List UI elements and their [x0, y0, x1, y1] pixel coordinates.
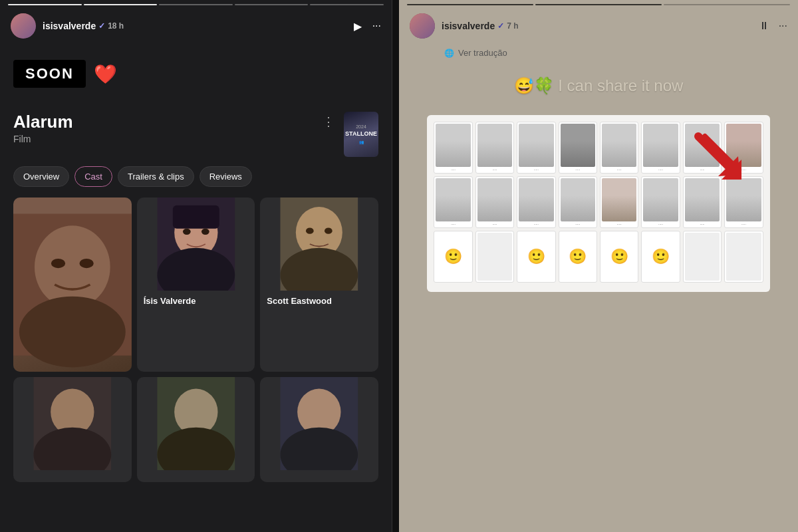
board-item-2-3[interactable]: ····· [517, 176, 555, 228]
movie-poster[interactable]: 2024 STALLONE 👥 [344, 112, 378, 157]
movie-more-icon[interactable]: ⋮ [320, 112, 337, 132]
board-item-1-5[interactable]: ····· [600, 122, 638, 174]
cast-info-6 [260, 470, 378, 482]
board-photo-1-6 [643, 124, 678, 167]
play-button[interactable]: ▶ [354, 20, 362, 33]
cast-board-row-2: ····· ····· ····· [434, 176, 763, 228]
tab-reviews[interactable]: Reviews [200, 166, 252, 187]
board-photo-2-6 [643, 178, 678, 221]
board-item-1-2[interactable]: ····· [475, 122, 514, 174]
board-photo-2-2 [477, 178, 512, 221]
board-item-1-6[interactable]: ····· [641, 122, 680, 174]
board-item-1-4[interactable]: ····· [559, 122, 597, 174]
board-item-3-2[interactable] [475, 231, 514, 283]
progress-bars-right [399, 0, 798, 5]
board-item-3-5[interactable]: 🙂 [600, 231, 638, 283]
cast-card-4[interactable] [13, 377, 132, 482]
board-item-1-1[interactable]: ····· [434, 122, 472, 174]
board-item-3-3[interactable]: 🙂 [517, 231, 555, 283]
cast-name-scott: Scott Eastwood [267, 296, 372, 307]
story-time-right: 7 h [507, 21, 518, 31]
board-photo-2-3 [519, 178, 553, 221]
heart-emoji: ❤️ [94, 63, 117, 85]
tab-cast[interactable]: Cast [74, 166, 112, 187]
right-panel: isisvalverde ✓ 7 h ⏸ ··· 🌐 Ver tradução … [399, 0, 798, 532]
cast-card-5[interactable] [137, 377, 255, 482]
board-item-2-1[interactable]: ····· [434, 176, 472, 228]
cast-photo-isis [137, 198, 255, 291]
story-meta-left: isisvalverde ✓ 18 h [43, 21, 347, 31]
board-item-3-8[interactable] [724, 231, 763, 283]
board-name-2-8: ····· [741, 222, 746, 226]
board-photo-2-1 [436, 178, 470, 221]
person5-svg [137, 377, 255, 470]
board-name-1-6: ····· [658, 168, 663, 172]
username-left: isisvalverde ✓ 18 h [43, 21, 347, 31]
board-name-1-4: ····· [575, 168, 580, 172]
story-controls-left: ▶ ··· [354, 20, 381, 33]
username-text-left: isisvalverde [43, 21, 96, 31]
board-item-1-3[interactable]: ····· [517, 122, 555, 174]
smiley-3: 🙂 [569, 233, 587, 281]
cast-photo-scott [260, 198, 378, 291]
cast-card-isis[interactable]: Ísis Valverde [137, 198, 255, 372]
more-button-right[interactable]: ··· [779, 20, 787, 32]
smiley-face-2: 🙂 [527, 248, 545, 265]
svg-point-3 [51, 259, 65, 268]
scott-face-svg [260, 198, 378, 291]
board-photo-1-4 [561, 124, 595, 167]
tab-trailers[interactable]: Trailers & clips [118, 166, 194, 187]
board-item-2-7[interactable]: ····· [683, 176, 722, 228]
svg-point-14 [306, 228, 314, 234]
board-name-2-3: ····· [534, 222, 539, 226]
movie-title: Alarum [13, 112, 73, 132]
board-item-3-4[interactable]: 🙂 [559, 231, 597, 283]
board-item-3-6[interactable]: 🙂 [641, 231, 680, 283]
username-text-right: isisvalverde [442, 21, 495, 31]
board-item-2-5[interactable]: ····· [600, 176, 638, 228]
board-item-3-7[interactable] [683, 231, 722, 283]
svg-point-15 [325, 228, 332, 234]
poster-title: STALLONE [345, 130, 377, 138]
pause-button[interactable]: ⏸ [759, 20, 769, 32]
cast-info-isis: Ísis Valverde [137, 291, 255, 315]
story-header-right: isisvalverde ✓ 7 h ⏸ ··· [399, 5, 798, 47]
board-photo-2-5 [602, 178, 636, 221]
board-name-2-7: ····· [700, 222, 705, 226]
cast-card-stallone[interactable]: Sylvester Stallone Chester [13, 198, 132, 372]
cast-photo-4 [13, 377, 132, 470]
translation-text[interactable]: Ver tradução [458, 48, 507, 58]
cast-card-6[interactable] [260, 377, 378, 482]
board-item-2-4[interactable]: ····· [559, 176, 597, 228]
svg-rect-8 [172, 205, 219, 229]
globe-icon: 🌐 [444, 49, 454, 58]
cast-photo-5 [137, 377, 255, 470]
tab-overview[interactable]: Overview [13, 166, 69, 187]
isis-face-svg [137, 198, 255, 291]
board-item-2-6[interactable]: ····· [641, 176, 680, 228]
story-content: 😅🍀 I can share it now ····· [399, 63, 798, 532]
board-photo-3-2 [477, 233, 512, 281]
story-time-left: 18 h [108, 21, 124, 31]
cast-info-5 [137, 470, 255, 482]
smiley-5: 🙂 [652, 233, 670, 281]
board-photo-3-8 [726, 233, 761, 281]
board-item-2-2[interactable]: ····· [475, 176, 514, 228]
smiley-face-3: 🙂 [569, 248, 587, 265]
svg-point-10 [201, 229, 209, 235]
avatar-left[interactable] [11, 13, 36, 39]
cast-card-scott[interactable]: Scott Eastwood [260, 198, 378, 372]
smiley-1: 🙂 [444, 233, 462, 281]
board-item-2-8[interactable]: ····· [724, 176, 763, 228]
board-photo-1-5 [602, 124, 636, 167]
more-button-left[interactable]: ··· [372, 20, 381, 32]
board-item-3-1[interactable]: 🙂 [434, 231, 472, 283]
board-name-1-2: ····· [493, 168, 497, 172]
translation-row[interactable]: 🌐 Ver tradução [399, 47, 798, 63]
svg-point-9 [183, 229, 191, 235]
cast-info-scott: Scott Eastwood [260, 291, 378, 315]
board-name-1-1: ····· [451, 168, 456, 172]
board-name-2-2: ····· [493, 222, 497, 226]
avatar-right[interactable] [410, 13, 435, 39]
left-panel: isisvalverde ✓ 18 h ▶ ··· SOON ❤️ Alarum… [0, 0, 392, 532]
